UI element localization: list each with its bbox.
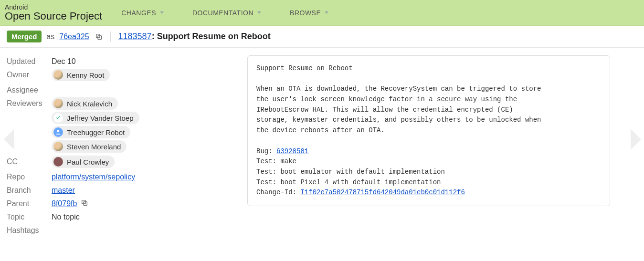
parent-link[interactable]: 8f079fb (52, 199, 77, 208)
change-title-text: Support Resume on Reboot (157, 31, 271, 41)
meta-cc: CC Paul Crowley (7, 156, 234, 168)
as-text: as (46, 32, 54, 41)
top-nav: CHANGES DOCUMENTATION BROWSE (121, 9, 328, 17)
svg-point-2 (57, 130, 60, 132)
bug-label: Bug: (256, 147, 276, 155)
chevron-down-icon (257, 11, 261, 14)
meta-branch: Branch master (7, 184, 234, 195)
avatar (53, 127, 63, 137)
brand-logo[interactable]: Android Open Source Project (5, 4, 102, 22)
reviewer-name: Steven Moreland (67, 143, 121, 151)
nav-browse[interactable]: BROWSE (290, 9, 328, 17)
copy-icon[interactable] (81, 199, 88, 207)
chevron-down-icon (160, 11, 164, 14)
meta-assignee: Assignee (7, 84, 234, 94)
nav-changes[interactable]: CHANGES (121, 9, 164, 17)
divider (110, 31, 111, 42)
brand-bottom: Open Source Project (5, 10, 102, 21)
metadata-column: Updated Dec 10 Owner Kenny Root Assignee… (5, 55, 234, 238)
change-number-link[interactable]: 1183587 (118, 31, 152, 41)
meta-updated: Updated Dec 10 (7, 55, 234, 66)
msg-title: Support Resume on Reboot (256, 64, 353, 72)
nav-label: BROWSE (290, 9, 321, 17)
next-change-arrow[interactable] (631, 129, 641, 150)
repo-link[interactable]: platform/system/sepolicy (52, 173, 135, 181)
meta-label: Owner (7, 69, 52, 79)
commit-message-box: Support Resume on Reboot When an OTA is … (247, 55, 610, 206)
updated-value: Dec 10 (52, 55, 76, 66)
meta-label: Assignee (7, 84, 52, 94)
meta-topic: Topic No topic (7, 211, 234, 221)
reviewer-name: Nick Kralevich (67, 100, 112, 108)
bug-link[interactable]: 63928581 (276, 147, 308, 155)
msg-body: When an OTA is downloaded, the RecoveryS… (256, 85, 541, 134)
page-body: Updated Dec 10 Owner Kenny Root Assignee… (0, 48, 644, 247)
sub-header: Merged as 76ea325 1183587: Support Resum… (0, 26, 644, 48)
meta-hashtags: Hashtags (7, 224, 234, 235)
reviewer-chip[interactable]: Jeffrey Vander Stoep (52, 112, 139, 124)
change-title: 1183587: Support Resume on Reboot (118, 31, 271, 42)
meta-repo: Repo platform/system/sepolicy (7, 171, 234, 181)
changeid-link[interactable]: I1f02e7a502478715fd642049da01eb0c01d112f… (300, 188, 465, 196)
nav-label: CHANGES (121, 9, 156, 17)
meta-owner: Owner Kenny Root (7, 69, 234, 81)
avatar (53, 142, 63, 151)
meta-label: Reviewers (7, 97, 52, 108)
cc-chip[interactable]: Paul Crowley (52, 156, 115, 168)
prev-change-arrow[interactable] (4, 129, 14, 150)
avatar (53, 99, 63, 108)
meta-label: Topic (7, 211, 52, 221)
cc-name: Paul Crowley (67, 158, 109, 166)
reviewer-name: Jeffrey Vander Stoep (67, 114, 134, 122)
reviewer-chip[interactable]: Treehugger Robot (52, 126, 130, 138)
meta-label: Repo (7, 171, 52, 181)
brand-top: Android (5, 4, 102, 11)
changeid-label: Change-Id: (256, 188, 300, 196)
meta-label: Branch (7, 184, 52, 195)
reviewer-chip[interactable]: Nick Kralevich (52, 97, 118, 110)
copy-icon[interactable] (95, 33, 103, 41)
owner-name: Kenny Root (67, 71, 104, 79)
meta-parent: Parent 8f079fb (7, 198, 234, 208)
nav-label: DOCUMENTATION (192, 9, 253, 17)
avatar (53, 70, 63, 80)
top-header: Android Open Source Project CHANGES DOCU… (0, 0, 644, 26)
msg-tests: Test: make Test: boot emulator with defa… (256, 157, 445, 186)
chevron-down-icon (325, 11, 328, 14)
nav-documentation[interactable]: DOCUMENTATION (192, 9, 261, 17)
meta-label: CC (7, 156, 52, 166)
meta-reviewers: Reviewers Nick Kralevich Jeffrey Vander … (7, 97, 234, 153)
commit-short-link[interactable]: 76ea325 (59, 32, 89, 41)
meta-label: Hashtags (7, 224, 52, 235)
reviewer-name: Treehugger Robot (67, 128, 125, 136)
meta-label: Parent (7, 198, 52, 208)
avatar (53, 157, 63, 167)
owner-chip[interactable]: Kenny Root (52, 69, 110, 81)
avatar (53, 113, 63, 123)
reviewer-chip[interactable]: Steven Moreland (52, 140, 127, 153)
status-badge: Merged (7, 31, 42, 42)
meta-label: Updated (7, 55, 52, 66)
topic-value: No topic (52, 211, 80, 221)
branch-link[interactable]: master (52, 186, 75, 194)
